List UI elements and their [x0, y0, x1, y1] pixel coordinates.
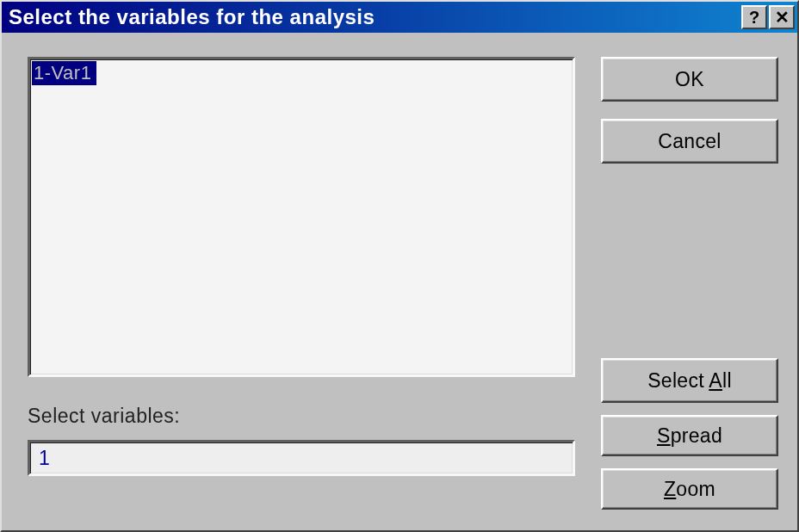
dialog-body: 1-Var1 Select variables: OK Cancel Selec…	[2, 33, 797, 530]
ok-button-label: OK	[675, 68, 704, 91]
left-column: 1-Var1 Select variables:	[28, 57, 575, 510]
help-icon: ?	[749, 8, 759, 28]
zoom-button-label: Zoom	[664, 478, 715, 501]
titlebar: Select the variables for the analysis ? …	[2, 2, 797, 33]
close-button[interactable]: ✕	[769, 5, 795, 29]
titlebar-text: Select the variables for the analysis	[9, 5, 741, 29]
select-variables-label: Select variables:	[28, 405, 575, 428]
cancel-button[interactable]: Cancel	[601, 119, 778, 164]
variable-listbox[interactable]: 1-Var1	[28, 57, 575, 377]
select-variables-input[interactable]	[28, 440, 575, 476]
right-column: OK Cancel Select All Spread Zoom	[601, 57, 778, 510]
variable-select-dialog: Select the variables for the analysis ? …	[0, 0, 799, 532]
select-all-button-label: Select All	[647, 369, 732, 393]
cancel-button-label: Cancel	[658, 130, 721, 153]
help-button[interactable]: ?	[741, 5, 767, 29]
zoom-button[interactable]: Zoom	[601, 468, 778, 510]
select-all-button[interactable]: Select All	[601, 358, 778, 403]
titlebar-buttons: ? ✕	[741, 5, 795, 29]
spread-button[interactable]: Spread	[601, 415, 778, 456]
list-item[interactable]: 1-Var1	[32, 61, 96, 85]
spread-button-label: Spread	[657, 424, 722, 448]
close-icon: ✕	[775, 7, 790, 28]
ok-button[interactable]: OK	[601, 57, 778, 102]
